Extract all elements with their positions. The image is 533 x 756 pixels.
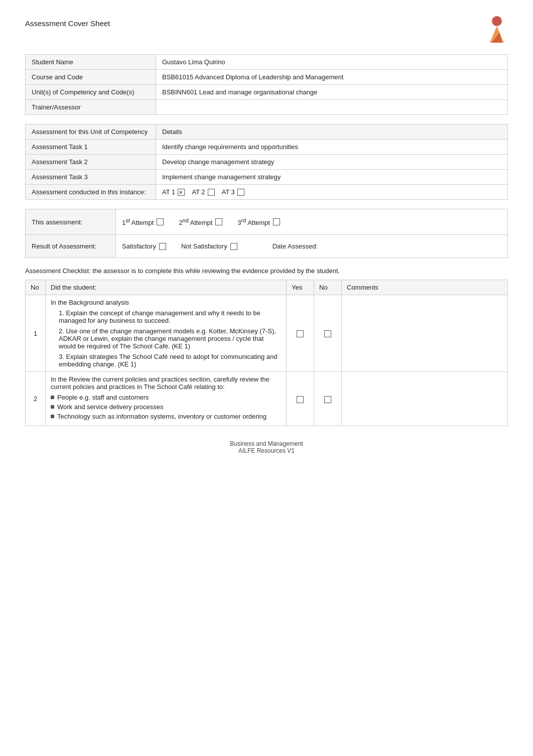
row2-header: In the Review the current policies and p… xyxy=(51,375,281,391)
info-value-1: BSB61015 Advanced Diploma of Leadership … xyxy=(156,70,508,85)
row1-comments xyxy=(342,295,508,372)
at2-label: AT 2 xyxy=(192,188,205,196)
col-comments-header: Comments xyxy=(342,280,508,295)
attempt3-label: 3rd Attempt xyxy=(237,217,270,226)
row1-yes[interactable] xyxy=(287,295,314,372)
info-row-0: Student NameGustavo Lima Quirino xyxy=(26,55,508,70)
checklist-table: No Did the student: Yes No Comments 1 In… xyxy=(25,280,508,426)
footer-line2: AILFE Resources V1 xyxy=(25,447,508,454)
row1-no-checkbox[interactable] xyxy=(324,330,331,337)
info-row-3: Trainer/Assessor xyxy=(26,100,508,115)
row1-content: In the Background analysis 1. Explain th… xyxy=(46,295,287,372)
row2-comments xyxy=(342,372,508,426)
info-value-0: Gustavo Lima Quirino xyxy=(156,55,508,70)
attempt1-label: 1st Attempt xyxy=(122,217,154,226)
col-no-header: No xyxy=(26,280,46,295)
bullet-icon xyxy=(51,405,54,409)
info-row-1: Course and CodeBSB61015 Advanced Diploma… xyxy=(26,70,508,85)
date-assessed-label: Date Assessed: xyxy=(273,242,318,250)
row2-no: 2 xyxy=(26,372,46,426)
info-label-3: Trainer/Assessor xyxy=(26,100,156,115)
row1-item3: 3. Explain strategies The School Café ne… xyxy=(59,353,281,368)
satisfactory-label: Satisfactory xyxy=(122,242,156,250)
col-yes-header: Yes xyxy=(287,280,314,295)
not-satisfactory-item: Not Satisfactory xyxy=(181,242,237,250)
task1-value: Identify change requirements and opportu… xyxy=(156,140,508,155)
attempt2-item: 2nd Attempt xyxy=(179,217,222,226)
attempt-cells: 1st Attempt 2nd Attempt 3rd Attempt xyxy=(116,209,508,235)
page-title: Assessment Cover Sheet xyxy=(25,15,110,28)
task3-value: Implement change management strategy xyxy=(156,170,508,185)
checklist-note: Assessment Checklist: the assessor is to… xyxy=(25,267,508,275)
attempt3-item: 3rd Attempt xyxy=(237,217,280,226)
conducted-value: AT 1 AT 2 AT 3 xyxy=(156,185,508,200)
at1-checkbox[interactable] xyxy=(178,189,185,196)
logo xyxy=(472,15,508,45)
attempt2-checkbox[interactable] xyxy=(215,218,222,225)
attempt2-label: 2nd Attempt xyxy=(179,217,212,226)
info-value-2: BSBINN601 Lead and manage organisational… xyxy=(156,85,508,100)
checklist-row-2: 2 In the Review the current policies and… xyxy=(26,372,508,426)
row1-item1: 1. Explain the concept of change managem… xyxy=(59,309,281,324)
at1-label: AT 1 xyxy=(162,188,175,196)
task2-value: Develop change management strategy xyxy=(156,155,508,170)
task3-label: Assessment Task 3 xyxy=(26,170,156,185)
row2-bullet2: Work and service delivery processes xyxy=(51,403,281,411)
checklist-row-1: 1 In the Background analysis 1. Explain … xyxy=(26,295,508,372)
row2-bullet3: Technology such as information systems, … xyxy=(51,413,281,420)
date-assessed-item: Date Assessed: xyxy=(273,242,318,250)
assess-col2-header: Details xyxy=(156,124,508,140)
footer-line1: Business and Management xyxy=(25,440,508,447)
row1-yes-checkbox[interactable] xyxy=(297,330,304,337)
satisfactory-checkbox[interactable] xyxy=(159,243,166,250)
result-label: Result of Assessment: xyxy=(26,235,116,258)
info-label-0: Student Name xyxy=(26,55,156,70)
task2-label: Assessment Task 2 xyxy=(26,155,156,170)
row1-section-header: In the Background analysis xyxy=(51,299,281,306)
page-footer: Business and Management AILFE Resources … xyxy=(25,440,508,454)
info-value-3 xyxy=(156,100,508,115)
at1-item: AT 1 xyxy=(162,188,185,196)
row1-item2: 2. Use one of the change management mode… xyxy=(59,327,281,350)
not-satisfactory-label: Not Satisfactory xyxy=(181,242,227,250)
row1-no-cell[interactable] xyxy=(314,295,342,372)
attempt1-item: 1st Attempt xyxy=(122,217,164,226)
assess-col1-header: Assessment for this Unit of Competency xyxy=(26,124,156,140)
meta-table: This assessment: 1st Attempt 2nd Attempt… xyxy=(25,209,508,258)
at3-label: AT 3 xyxy=(222,188,235,196)
info-table: Student NameGustavo Lima QuirinoCourse a… xyxy=(25,54,508,115)
satisfactory-item: Satisfactory xyxy=(122,242,166,250)
col-did-header: Did the student: xyxy=(46,280,287,295)
attempt3-checkbox[interactable] xyxy=(273,218,280,225)
task1-label: Assessment Task 1 xyxy=(26,140,156,155)
at2-item: AT 2 xyxy=(192,188,214,196)
attempt1-checkbox[interactable] xyxy=(157,218,164,225)
row2-yes[interactable] xyxy=(287,372,314,426)
row2-bullet1: People e.g. staff and customers xyxy=(51,394,281,401)
info-label-2: Unit(s) of Competency and Code(s) xyxy=(26,85,156,100)
at3-item: AT 3 xyxy=(222,188,244,196)
at2-checkbox[interactable] xyxy=(208,189,215,196)
info-row-2: Unit(s) of Competency and Code(s)BSBINN6… xyxy=(26,85,508,100)
conducted-label: Assessment conducted in this instance: xyxy=(26,185,156,200)
info-label-1: Course and Code xyxy=(26,70,156,85)
col-no-header2: No xyxy=(314,280,342,295)
at3-checkbox[interactable] xyxy=(237,189,244,196)
row2-no-checkbox[interactable] xyxy=(324,396,331,403)
row2-content: In the Review the current policies and p… xyxy=(46,372,287,426)
svg-point-0 xyxy=(492,16,502,26)
row2-no-cell[interactable] xyxy=(314,372,342,426)
not-satisfactory-checkbox[interactable] xyxy=(230,243,237,250)
bullet-icon xyxy=(51,396,54,399)
attempt-label: This assessment: xyxy=(26,209,116,235)
result-cells: Satisfactory Not Satisfactory Date Asses… xyxy=(116,235,508,258)
row1-no: 1 xyxy=(26,295,46,372)
bullet-icon xyxy=(51,415,54,418)
row2-yes-checkbox[interactable] xyxy=(297,396,304,403)
page-header: Assessment Cover Sheet xyxy=(25,15,508,45)
assessment-table: Assessment for this Unit of Competency D… xyxy=(25,124,508,200)
